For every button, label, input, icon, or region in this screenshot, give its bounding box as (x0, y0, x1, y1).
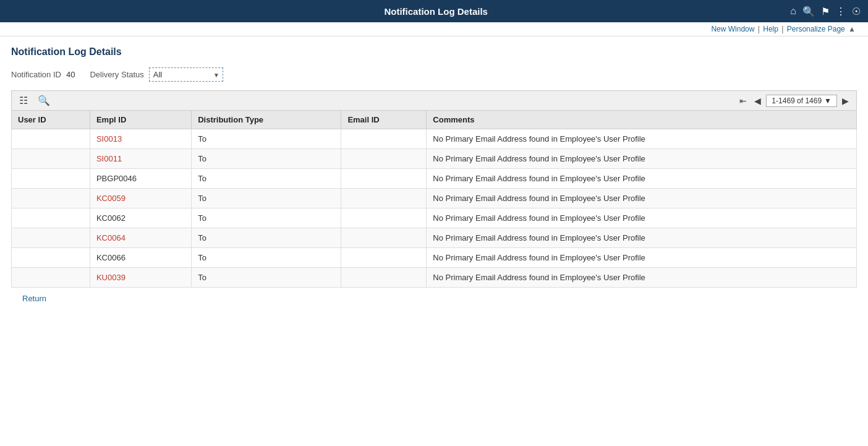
cell-empl-id[interactable]: KC0059 (90, 189, 191, 208)
cell-empl-id[interactable]: SI0011 (90, 149, 191, 169)
grid-view-button[interactable]: ☷ (17, 93, 30, 108)
prev-page-button[interactable]: ◀ (752, 95, 764, 107)
table-row: KU0039ToNo Primary Email Address found i… (12, 268, 857, 288)
cell-dist-type: To (192, 268, 341, 288)
empl-id-link[interactable]: SI0013 (96, 134, 122, 144)
col-user-id: User ID (12, 111, 90, 129)
cell-comment: No Primary Email Address found in Employ… (427, 248, 857, 268)
cell-dist-type: To (192, 228, 341, 248)
table-row: PBGP0046ToNo Primary Email Address found… (12, 169, 857, 189)
toolbar-row: ☷ 🔍 ⇤ ◀ 1-1469 of 1469 ▼ ▶ (11, 90, 857, 110)
more-icon[interactable]: ⋮ (836, 6, 846, 17)
col-empl-id: Empl ID (90, 111, 191, 129)
data-table: User ID Empl ID Distribution Type Email … (11, 110, 857, 288)
empl-id-link[interactable]: KC0059 (96, 194, 126, 203)
notification-id-label: Notification ID (11, 70, 61, 79)
cell-user-id (12, 189, 90, 208)
cell-comment: No Primary Email Address found in Employ… (427, 129, 857, 149)
cell-email-id (341, 129, 427, 149)
cell-user-id (12, 268, 90, 288)
search-toolbar-button[interactable]: 🔍 (35, 93, 53, 108)
cell-empl-id[interactable]: KC0064 (90, 228, 191, 248)
topbar: Notification Log Details ⌂ 🔍 ⚑ ⋮ ☉ (0, 0, 868, 22)
page-heading: Notification Log Details (11, 46, 857, 58)
cell-email-id (341, 248, 427, 268)
cell-dist-type: To (192, 208, 341, 228)
col-dist-type: Distribution Type (192, 111, 341, 129)
cell-user-id (12, 129, 90, 149)
table-row: SI0013ToNo Primary Email Address found i… (12, 129, 857, 149)
cell-dist-type: To (192, 169, 341, 189)
cell-empl-id: KC0062 (90, 208, 191, 228)
table-row: KC0062ToNo Primary Email Address found i… (12, 208, 857, 228)
cell-comment: No Primary Email Address found in Employ… (427, 208, 857, 228)
table-row: KC0066ToNo Primary Email Address found i… (12, 248, 857, 268)
cell-dist-type: To (192, 248, 341, 268)
toolbar-left: ☷ 🔍 (17, 93, 53, 108)
table-row: KC0059ToNo Primary Email Address found i… (12, 189, 857, 208)
search-icon[interactable]: 🔍 (802, 6, 815, 17)
cell-comment: No Primary Email Address found in Employ… (427, 189, 857, 208)
home-icon[interactable]: ⌂ (790, 6, 796, 17)
cell-dist-type: To (192, 189, 341, 208)
cell-empl-id[interactable]: SI0013 (90, 129, 191, 149)
cell-comment: No Primary Email Address found in Employ… (427, 228, 857, 248)
flag-icon[interactable]: ⚑ (821, 6, 830, 17)
empl-id-link[interactable]: KU0039 (96, 273, 126, 282)
delivery-status-wrapper: All Sent Failed Pending (149, 67, 223, 82)
next-page-button[interactable]: ▶ (840, 95, 851, 107)
cell-empl-id: PBGP0046 (90, 169, 191, 189)
page-indicator: 1-1469 of 1469 ▼ (766, 95, 837, 107)
cell-user-id (12, 248, 90, 268)
table-row: SI0011ToNo Primary Email Address found i… (12, 149, 857, 169)
cell-user-id (12, 149, 90, 169)
cell-user-id (12, 228, 90, 248)
cell-email-id (341, 189, 427, 208)
cell-comment: No Primary Email Address found in Employ… (427, 268, 857, 288)
cell-email-id (341, 208, 427, 228)
empl-id-link[interactable]: SI0011 (96, 154, 122, 163)
first-page-button[interactable]: ⇤ (737, 95, 749, 107)
page-dropdown-arrow[interactable]: ▼ (824, 96, 832, 105)
cell-dist-type: To (192, 129, 341, 149)
cell-comment: No Primary Email Address found in Employ… (427, 149, 857, 169)
cell-email-id (341, 268, 427, 288)
col-email-id: Email ID (341, 111, 427, 129)
cell-empl-id[interactable]: KU0039 (90, 268, 191, 288)
cell-empl-id: KC0066 (90, 248, 191, 268)
cell-email-id (341, 149, 427, 169)
page-title: Notification Log Details (82, 6, 790, 17)
personalize-link[interactable]: Personalize Page (787, 25, 845, 33)
table-scroll-area: User ID Empl ID Distribution Type Email … (11, 110, 857, 288)
table-row: KC0064ToNo Primary Email Address found i… (12, 228, 857, 248)
cell-comment: No Primary Email Address found in Employ… (427, 169, 857, 189)
toolbar-right: ⇤ ◀ 1-1469 of 1469 ▼ ▶ (737, 95, 851, 107)
cell-email-id (341, 169, 427, 189)
notification-id-value: 40 (66, 70, 75, 79)
page-content: Notification Log Details Notification ID… (0, 36, 868, 309)
subnav: New Window | Help | Personalize Page ▲ (0, 22, 868, 36)
empl-id-link[interactable]: KC0064 (96, 233, 126, 242)
topbar-icons: ⌂ 🔍 ⚑ ⋮ ☉ (790, 6, 861, 17)
new-window-link[interactable]: New Window (711, 25, 754, 33)
cell-dist-type: To (192, 149, 341, 169)
cell-user-id (12, 208, 90, 228)
return-link[interactable]: Return (22, 294, 46, 303)
help-link[interactable]: Help (763, 25, 778, 33)
delivery-status-label: Delivery Status (90, 70, 143, 79)
cell-user-id (12, 169, 90, 189)
page-footer: Return (11, 288, 857, 309)
col-comments: Comments (427, 111, 857, 129)
cell-email-id (341, 228, 427, 248)
compass-icon[interactable]: ☉ (852, 6, 861, 17)
table-header-row: User ID Empl ID Distribution Type Email … (12, 111, 857, 129)
delivery-status-select[interactable]: All Sent Failed Pending (149, 67, 223, 82)
filter-row: Notification ID 40 Delivery Status All S… (11, 67, 857, 82)
page-range: 1-1469 of 1469 (772, 96, 822, 105)
